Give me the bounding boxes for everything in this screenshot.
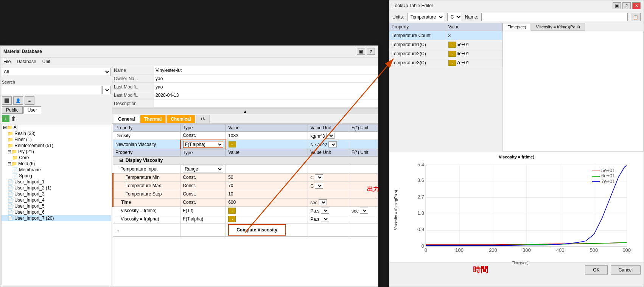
unit-time: sec [308, 198, 349, 206]
lookup-cell-val[interactable]: ~ 7e+01 [446, 58, 503, 67]
tree-item-resin[interactable]: 📁 Resin (33) [2, 130, 111, 137]
lookup-restore-button[interactable]: ▣ [613, 2, 621, 9]
function-icon[interactable]: ~ [229, 141, 236, 147]
temp1-icon[interactable]: ~ [448, 42, 456, 48]
search-input-row [2, 86, 110, 94]
tree-item-all[interactable]: ⊟📁 All [2, 124, 111, 130]
delete-icon[interactable]: 🗑 [11, 116, 16, 122]
val-temp-max: 70 [226, 182, 308, 190]
units-type-select[interactable]: Temperature [407, 13, 444, 21]
type-temp-min: Const. [180, 173, 226, 182]
tree-item-reinforcement[interactable]: 📁 Reinforcement (51) [2, 143, 111, 149]
unit-menu[interactable]: Unit [42, 59, 50, 64]
window-controls: ▣ ? [357, 48, 375, 55]
lookup-cell-val[interactable]: ~ 5e+01 [446, 40, 503, 49]
sidebar-icon-3[interactable]: ≡ [25, 96, 34, 105]
temp3-icon[interactable]: ~ [448, 60, 456, 66]
cancel-button[interactable]: Cancel [611, 265, 641, 275]
svg-text:200: 200 [489, 247, 497, 253]
filter-dropdown[interactable]: All [2, 68, 110, 76]
prop-density: Density [113, 132, 180, 140]
tree-item-user2[interactable]: 📄 User_Import_2 (1) [2, 185, 111, 191]
field-label-mod1: Last Modifi... [112, 84, 154, 90]
svg-text:1.8: 1.8 [417, 210, 424, 216]
units-value-select[interactable]: C [447, 13, 462, 21]
type-temp-step: Const. [180, 190, 226, 198]
lookup-cell-val[interactable] [446, 31, 503, 40]
lookup-cell-val[interactable]: ~ 6e+01 [446, 49, 503, 58]
tab-thermal[interactable]: Thermal [140, 115, 166, 123]
tab-viscosity[interactable]: Viscosity = f(time)(Pa.s) [531, 23, 585, 31]
lookup-table-editor: LookUp Table Editor ▣ ? ✕ Units: Tempera… [389, 0, 644, 287]
field-label-desc: Description [112, 101, 154, 106]
tab-general[interactable]: General [114, 115, 139, 123]
compute-viscosity-button[interactable]: Compute Viscosity [228, 224, 286, 236]
visc-alpha-function-icon[interactable]: ~ [228, 216, 236, 222]
val-newtonian[interactable]: ~ [226, 140, 308, 149]
funit-density [349, 132, 378, 140]
funit-visctime-dropdown[interactable] [360, 208, 368, 214]
type-visc-alpha: F(T,alpha) [180, 215, 226, 223]
name-browse-button[interactable]: 📋 [631, 13, 641, 21]
unit-viscalpha-dropdown[interactable] [321, 216, 329, 222]
temp-input-select[interactable]: Range [183, 166, 223, 172]
database-menu[interactable]: Database [17, 59, 36, 64]
tab-time[interactable]: Time(sec) [503, 23, 531, 31]
lookup-titlebar: LookUp Table Editor ▣ ? ✕ [389, 0, 644, 11]
restore-button[interactable]: ▣ [357, 48, 365, 55]
unit-newtonian-dropdown[interactable] [328, 141, 337, 147]
visc-time-function-icon[interactable]: ~ [228, 208, 236, 214]
lookup-help-button[interactable]: ? [622, 2, 631, 9]
sidebar-icon-toolbar: ⬛ 👤 ≡ [0, 96, 112, 105]
lookup-close-button[interactable]: ✕ [632, 2, 641, 9]
unit-tempmax-dropdown[interactable] [315, 183, 323, 189]
tree-item-core[interactable]: 📁 Core [2, 155, 111, 161]
tree-item-fiber[interactable]: 📁 Fiber (1) [2, 137, 111, 143]
file-menu[interactable]: File [3, 59, 11, 64]
unit-time-dropdown[interactable] [319, 199, 327, 205]
menu-bar: File Database Unit [0, 57, 378, 66]
table-row: Temperature Max Const. 70 C [113, 182, 378, 190]
name-input[interactable] [481, 13, 628, 21]
chart-svg-container: 0 0.9 1.8 2.7 3.6 5.4 0 100 200 300 400 … [400, 161, 641, 259]
lookup-row: Temperature1(C) ~ 5e+01 [389, 40, 502, 49]
sidebar-tabs: Public User [0, 105, 112, 115]
tree-item-user7[interactable]: 📄 User_Import_7 (20) [2, 215, 111, 221]
tree-item-ply[interactable]: ⊟📁 Ply (21) [2, 149, 111, 155]
chart-title: Viscosity = f(time) [392, 155, 641, 159]
val-visc-time[interactable]: ~ [226, 206, 308, 215]
search-input[interactable] [2, 86, 101, 94]
tab-chemical[interactable]: Chemical [166, 115, 195, 123]
unit-visctime-dropdown[interactable] [321, 208, 329, 214]
type-temp-max: Const. [180, 182, 226, 190]
tree-item-user5[interactable]: 📄 User_Import_5 [2, 203, 111, 209]
tree-item-spring[interactable]: 📄 Spring [2, 173, 111, 179]
sidebar-icon-1[interactable]: ⬛ [2, 96, 12, 105]
tab-plus-minus[interactable]: +/- [196, 115, 210, 123]
temp-count-input[interactable] [448, 33, 500, 38]
tree-item-user1[interactable]: 📄 User_Import_1 [2, 179, 111, 185]
collapse-button[interactable]: ▲ [112, 108, 378, 114]
temp2-icon[interactable]: ~ [448, 51, 456, 57]
tree-item-user6[interactable]: 📄 User_Import_6 [2, 209, 111, 215]
tree-item-membrane[interactable]: 📄 Membrane [2, 167, 111, 173]
add-item-button[interactable]: + [2, 115, 9, 122]
table-row: Viscosity = f(alpha) F(T,alpha) ~ Pa.s [113, 215, 378, 223]
unit-dropdown[interactable] [326, 133, 334, 139]
sidebar-icon-2[interactable]: 👤 [13, 96, 23, 105]
help-button[interactable]: ? [367, 48, 375, 55]
svg-text:500: 500 [590, 247, 598, 253]
type-newtonian-select[interactable]: F(T,alpha) [183, 141, 223, 148]
unit-tempmin-dropdown[interactable] [315, 174, 323, 180]
property-table: Property Type Value Value Unit F(*) Unit… [112, 124, 378, 286]
funit-temp-min [349, 173, 378, 182]
tree-item-user3[interactable]: 📄 User_Import_3 [2, 191, 111, 197]
prop-time: Time [113, 198, 180, 206]
ok-button[interactable]: OK [585, 265, 607, 275]
tree-item-mold[interactable]: ⊟📁 Mold (6) [2, 161, 111, 167]
search-dropdown[interactable] [102, 86, 110, 94]
tab-public[interactable]: Public [2, 106, 23, 114]
tab-user[interactable]: User [23, 106, 41, 114]
val-visc-alpha[interactable]: ~ [226, 215, 308, 223]
tree-item-user4[interactable]: 📄 User_Import_4 [2, 197, 111, 203]
